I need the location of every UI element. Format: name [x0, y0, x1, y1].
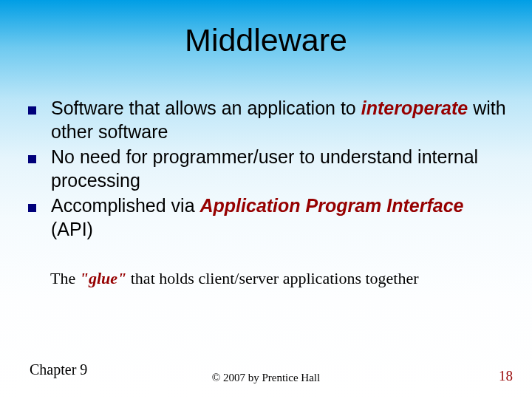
- footer-page-number: 18: [499, 368, 513, 384]
- accent-text: Application Program Interface: [200, 195, 463, 216]
- slide-content: Software that allows an application to i…: [28, 96, 510, 288]
- bullet-item: Accomplished via Application Program Int…: [28, 194, 510, 241]
- accent-text: "glue": [80, 269, 127, 287]
- text-segment: Software that allows an application to: [51, 98, 361, 118]
- text-segment: Accomplished via: [51, 195, 200, 216]
- accent-text: interoperate: [361, 98, 468, 118]
- bullet-item: Software that allows an application to i…: [28, 96, 510, 143]
- bullet-icon: [28, 155, 36, 163]
- slide: Middleware Software that allows an appli…: [0, 0, 532, 399]
- text-segment: No need for programmer/user to understan…: [51, 146, 478, 191]
- bullet-text: No need for programmer/user to understan…: [51, 145, 510, 192]
- footer-copyright: © 2007 by Prentice Hall: [0, 372, 532, 384]
- slide-title: Middleware: [0, 22, 532, 58]
- bullet-item: No need for programmer/user to understan…: [28, 145, 510, 192]
- text-segment: (API): [51, 219, 93, 239]
- text-segment: The: [50, 269, 80, 287]
- text-segment: that holds client/server applications to…: [126, 269, 418, 287]
- bullet-text: Software that allows an application to i…: [51, 96, 510, 143]
- sub-line: The "glue" that holds client/server appl…: [50, 269, 510, 288]
- bullet-icon: [28, 106, 36, 115]
- bullet-icon: [28, 204, 36, 212]
- bullet-text: Accomplished via Application Program Int…: [51, 194, 510, 241]
